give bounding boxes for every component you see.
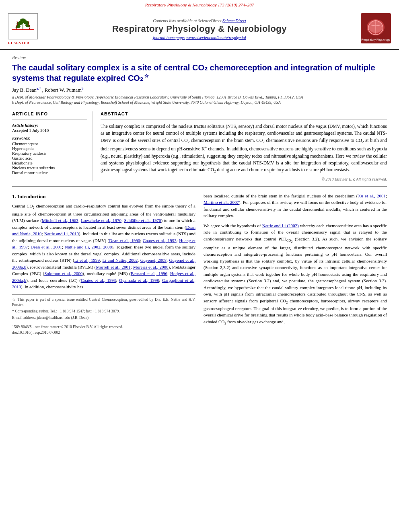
footnote-star: ☆ This paper is part of a special issue … [12,297,195,308]
cite-dean-2001[interactable]: Dean et al., 2001 [31,244,62,249]
cite-martino[interactable]: Martino et al., 2007 [204,200,239,205]
article-info-heading: ARTICLE INFO [12,111,87,116]
journal-citation-bar: Respiratory Physiology & Neurobiology 17… [0,0,399,9]
journal-citation: Respiratory Physiology & Neurobiology 17… [145,2,254,7]
cite-solomon[interactable]: Solomon et al., 2000 [44,271,82,276]
footnote-corresponding: * Corresponding author. Tel.: +1 813 974… [12,309,195,314]
history-label: Article history: [12,123,87,127]
cite-dean-1990[interactable]: Dean et al., 1990 [109,238,140,243]
cite-oyamada[interactable]: Oyamada et al., 1998 [119,278,159,283]
cite-xu[interactable]: Xu et al., 2001 [358,193,385,198]
article-title: The caudal solitary complex is a site of… [12,62,387,83]
contents-availability: Contents lists available at ScienceDirec… [44,18,355,23]
keywords-label: Keywords: [12,136,87,140]
info-abstract-section: ARTICLE INFO Article history: Accepted 1… [12,111,387,181]
homepage-url[interactable]: www.elsevier.com/locate/resphysiol [186,35,246,40]
elsevier-name: ELSEVIER [8,41,40,45]
doi-line: doi:10.1016/j.resp.2010.07.002 [12,330,195,335]
title-star: ☆ [143,73,149,79]
cite-li-nattie-2002[interactable]: Li and Nattie, 2002 [103,258,138,263]
abstract-col: ABSTRACT The solitary complex is compris… [101,111,387,181]
article-type-label: Review [12,55,387,61]
journal-homepage: journal homepage: www.elsevier.com/locat… [44,35,355,40]
cite-dean-nattie-2010[interactable]: Dean and Nattie, 2010 [12,225,195,236]
keyword-4: Gastric acid [12,156,87,160]
keyword-7: Dorsal motor nucleus [12,170,87,175]
sciencedirect-link[interactable]: ScienceDirect [222,18,246,23]
body-right-text: been localized outside of the brain stem… [204,193,387,326]
abstract-heading: ABSTRACT [101,111,387,116]
svg-point-4 [20,18,26,22]
elsevier-logo: ELSEVIER [8,13,40,45]
issn-line: 1569-9048/$ – see front matter © 2010 El… [12,324,195,330]
cite-guyenet-2008[interactable]: Guyenet, 2008 [140,258,167,263]
cite-bernard[interactable]: Bernard et al., 1996 [131,271,167,276]
together-text: together [266,272,280,277]
body-right-col: been localized outside of the brain stem… [204,193,387,335]
cite-coates-lc[interactable]: Coates et al., 1993 [81,278,116,283]
keyword-3: Respiratory acidosis [12,151,87,156]
cite-mitchell[interactable]: Mitchell et al., 1963 [42,218,78,223]
svg-text:Respiratory Physiology: Respiratory Physiology [361,38,390,41]
page: Respiratory Physiology & Neurobiology 17… [0,0,399,532]
cite-coates-1993[interactable]: Coates et al., 1993 [143,238,177,243]
author1-sup: a,* [37,86,41,90]
affiliation-a: a Dept. of Molecular Pharmacology & Phys… [12,95,387,99]
body-left-text: Central CO2 chemoreception and cardio–re… [12,203,195,290]
body-section: 1. Introduction Central CO2 chemorecepti… [12,193,387,335]
cite-li-1999[interactable]: Li et al., 1999 [74,258,100,263]
footnote-area: ☆ This paper is part of a special issue … [12,294,195,321]
accepted-date: Accepted 1 July 2010 [12,128,87,133]
journal-title-area: Contents lists available at ScienceDirec… [44,18,355,40]
cite-nattie-li-2010[interactable]: Nattie and Li, 2010 [44,231,79,236]
authors-line: Jay B. Deana,* , Robert W. Putnamb [12,86,387,93]
brain-logo-svg: Respiratory Physiology [361,13,391,43]
journal-main-title: Respiratory Physiology & Neurobiology [44,24,355,34]
journal-header: ELSEVIER Contents lists available at Sci… [0,9,399,50]
article-area: Review The caudal solitary complex is a … [0,50,399,343]
keyword-2: Hypercapnia [12,146,87,151]
keyword-5: Bicarbonate [12,161,87,165]
divider-1 [12,108,387,108]
cite-nattie-li-2002[interactable]: Nattie and Li, 2002, 2008 [65,244,112,249]
cite-schlafke[interactable]: Schläfke et al., 1970 [124,218,161,223]
section1-title: 1. Introduction [12,193,195,201]
abstract-text: The solitary complex is comprised of the… [101,123,387,175]
divider-2 [12,186,387,187]
footnote-email: E-mail address: jdean@health.usf.edu (J.… [12,315,195,320]
elsevier-logo-svg [11,15,35,37]
issn-doi-area: 1569-9048/$ – see front matter © 2010 El… [12,324,195,336]
copyright-line: © 2010 Elsevier B.V. All rights reserved… [101,177,387,181]
author2-sup: b [82,86,84,90]
journal-logo-right: Respiratory Physiology [359,13,391,45]
article-info-col: ARTICLE INFO Article history: Accepted 1… [12,111,93,181]
affiliation-b: b Dept. of Neuroscience, Cell Biology an… [12,100,387,105]
keyword-1: Chemoreceptor [12,142,87,146]
abstract-divider [101,119,387,120]
cite-loeschcke[interactable]: Loeschcke et al., 1970 [81,218,121,223]
svg-rect-0 [12,29,34,30]
keyword-6: Nucleus tractus solitarius [12,166,87,170]
cite-morrell[interactable]: Morrell et al., 2001 [96,265,131,269]
cite-nattie-li-2002b[interactable]: Nattie and Li (2002) [262,223,299,228]
cite-moreira[interactable]: Moreira et al., 2006 [133,265,169,269]
body-left-col: 1. Introduction Central CO2 chemorecepti… [12,193,195,335]
article-info-divider [12,119,87,120]
